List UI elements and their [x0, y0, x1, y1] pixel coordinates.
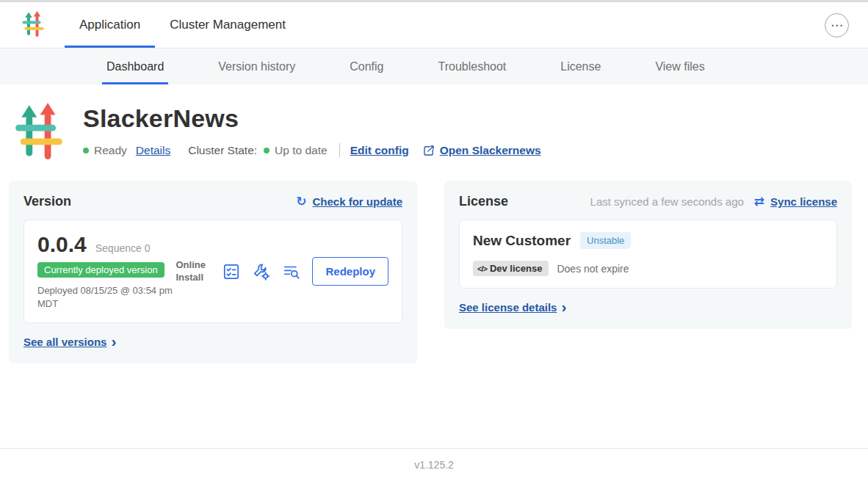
license-type-label: Dev license: [490, 263, 543, 274]
console-version-label: v1.125.2: [414, 459, 454, 471]
version-number-row: 0.0.4 Sequence 0: [37, 232, 176, 257]
app-header: SlackerNews Ready Details Cluster State:…: [0, 84, 868, 160]
sync-license-link[interactable]: Sync license: [770, 195, 837, 208]
admin-console-page: Application Cluster Management ⋯ Dashboa…: [0, 0, 868, 481]
top-tabs: Application Cluster Management: [65, 2, 300, 48]
see-license-details: See license details ›: [459, 300, 566, 314]
install-type-label: Online Install: [176, 259, 211, 284]
customer-name: New Customer: [473, 233, 571, 249]
tab-cluster-management[interactable]: Cluster Management: [155, 2, 300, 48]
more-options-button[interactable]: ⋯: [825, 13, 849, 37]
details-link[interactable]: Details: [136, 144, 170, 157]
version-info: 0.0.4 Sequence 0 Currently deployed vers…: [37, 232, 176, 311]
subnav-dashboard[interactable]: Dashboard: [102, 48, 168, 84]
license-card-actions: Last synced a few seconds ago ⇄ Sync lic…: [590, 195, 837, 208]
console-footer: v1.125.2: [0, 448, 868, 481]
subnav-troubleshoot[interactable]: Troubleshoot: [433, 48, 510, 84]
sync-icon: ⇄: [754, 195, 764, 208]
code-icon: </>: [477, 264, 487, 273]
config-wrench-icon[interactable]: [252, 262, 271, 281]
cluster-state-label: Cluster State:: [188, 144, 257, 157]
subnav-license[interactable]: License: [556, 48, 605, 84]
deployed-status-badge: Currently deployed version: [37, 262, 164, 278]
license-type-badge: </> Dev license: [473, 261, 549, 276]
app-icon: [15, 103, 63, 160]
see-all-versions: See all versions ›: [23, 335, 116, 349]
preflight-checks-icon[interactable]: [222, 262, 241, 281]
subnav-version-history[interactable]: Version history: [214, 48, 300, 84]
chevron-right-icon: ›: [111, 335, 116, 349]
version-card-title: Version: [23, 194, 71, 209]
app-subnav: Dashboard Version history Config Trouble…: [0, 48, 868, 84]
deployed-timestamp: Deployed 08/15/25 @ 03:54 pm MDT: [37, 284, 176, 311]
version-card-header: Version ↻ Check for update: [23, 194, 402, 209]
license-card: License Last synced a few seconds ago ⇄ …: [444, 181, 852, 329]
status-divider: [339, 143, 340, 157]
redeploy-button[interactable]: Redeploy: [312, 257, 388, 286]
customer-row: New Customer Unstable: [473, 232, 823, 249]
last-synced-label: Last synced a few seconds ago: [590, 195, 744, 208]
see-license-details-link[interactable]: See license details: [459, 301, 557, 314]
license-card-title: License: [459, 194, 508, 209]
view-logs-icon[interactable]: [282, 262, 301, 281]
license-type-row: </> Dev license Does not expire: [473, 261, 823, 276]
cluster-state-dot: [264, 148, 270, 153]
cluster-state-value: Up to date: [275, 144, 328, 157]
subnav-view-files[interactable]: View files: [651, 48, 709, 84]
version-controls: Online Install: [176, 257, 388, 286]
app-status-dot: [83, 148, 89, 153]
top-navbar: Application Cluster Management ⋯: [0, 2, 868, 48]
see-all-versions-link[interactable]: See all versions: [23, 336, 106, 348]
app-status-row: Ready Details Cluster State: Up to date …: [83, 143, 541, 157]
app-header-text: SlackerNews Ready Details Cluster State:…: [83, 103, 541, 157]
edit-config-link[interactable]: Edit config: [350, 144, 409, 157]
check-for-update-link[interactable]: Check for update: [312, 195, 402, 208]
dashboard-cards: Version ↻ Check for update 0.0.4 Sequenc…: [0, 160, 868, 364]
tab-application[interactable]: Application: [65, 2, 155, 48]
sequence-label: Sequence 0: [95, 242, 151, 254]
current-version-box: 0.0.4 Sequence 0 Currently deployed vers…: [23, 220, 402, 323]
subnav-config[interactable]: Config: [345, 48, 388, 84]
license-details-box: New Customer Unstable </> Dev license Do…: [459, 220, 837, 289]
page-title: SlackerNews: [83, 104, 541, 133]
chevron-right-icon: ›: [561, 300, 566, 314]
channel-badge: Unstable: [580, 232, 631, 249]
open-app-link[interactable]: Open Slackernews: [422, 144, 541, 157]
version-card: Version ↻ Check for update 0.0.4 Sequenc…: [9, 181, 417, 364]
license-card-header: License Last synced a few seconds ago ⇄ …: [459, 194, 837, 209]
open-app-label: Open Slackernews: [440, 144, 541, 157]
expiration-label: Does not expire: [557, 263, 629, 275]
app-status-label: Ready: [94, 144, 127, 157]
app-logo-icon: [22, 11, 44, 39]
open-app-icon: [422, 144, 435, 157]
version-number: 0.0.4: [37, 232, 87, 257]
refresh-icon: ↻: [296, 195, 306, 208]
version-card-actions: ↻ Check for update: [296, 195, 402, 208]
